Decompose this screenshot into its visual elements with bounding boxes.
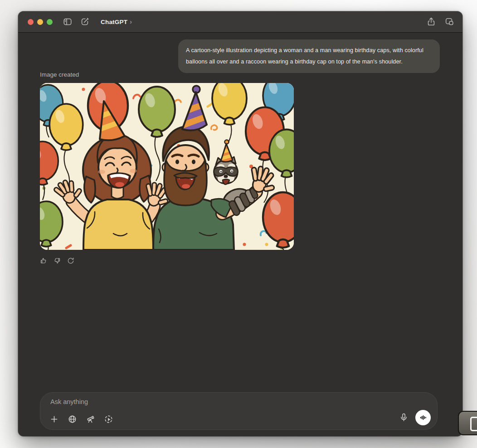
thumbs-down-icon[interactable] xyxy=(53,256,62,265)
message-actions xyxy=(39,256,75,265)
thumbs-up-icon[interactable] xyxy=(39,256,48,265)
plus-icon[interactable] xyxy=(49,414,59,424)
minimize-button[interactable] xyxy=(37,19,43,25)
birthday-illustration xyxy=(40,83,294,250)
chatgpt-window: ChatGPT › A cartoon-style illustration d… xyxy=(18,11,462,436)
voice-waveform-icon xyxy=(419,413,428,422)
composer-tools xyxy=(49,414,114,424)
telescope-icon[interactable] xyxy=(85,414,96,424)
voice-mode-button[interactable] xyxy=(415,410,431,425)
close-button[interactable] xyxy=(28,19,34,25)
titlebar: ChatGPT › xyxy=(18,11,462,33)
chevron-right-icon: › xyxy=(130,18,132,25)
new-chat-icon[interactable] xyxy=(79,16,91,28)
app-title: ChatGPT xyxy=(101,19,127,25)
new-window-icon[interactable] xyxy=(443,16,455,28)
image-status-label: Image created xyxy=(40,71,79,78)
window-title[interactable]: ChatGPT › xyxy=(101,18,132,25)
sidebar-toggle-icon[interactable] xyxy=(62,16,73,28)
generated-image[interactable] xyxy=(40,83,294,250)
microphone-icon[interactable] xyxy=(398,412,409,423)
composer xyxy=(40,392,438,430)
window-glyph-icon xyxy=(470,417,477,431)
globe-icon[interactable] xyxy=(67,414,78,424)
edge-floating-control[interactable] xyxy=(458,411,477,435)
agent-cursor-icon[interactable] xyxy=(103,414,114,424)
zoom-button[interactable] xyxy=(47,19,53,25)
user-message-bubble: A cartoon-style illustration depicting a… xyxy=(178,39,440,73)
regenerate-icon[interactable] xyxy=(66,256,75,265)
user-message-text: A cartoon-style illustration depicting a… xyxy=(186,47,423,65)
message-input[interactable] xyxy=(49,398,341,406)
traffic-lights xyxy=(28,19,53,25)
share-icon[interactable] xyxy=(425,16,437,28)
